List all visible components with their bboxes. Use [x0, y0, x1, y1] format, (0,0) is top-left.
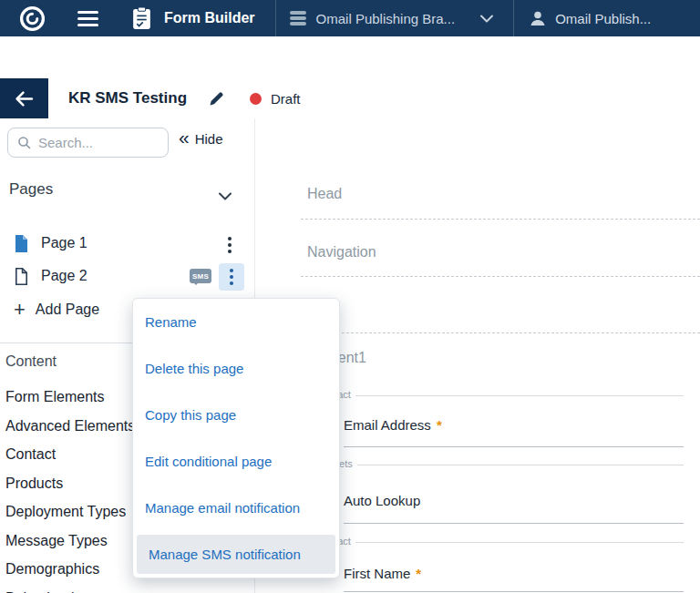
plus-icon: +	[14, 301, 26, 319]
menu-item-rename[interactable]: Rename	[133, 299, 339, 345]
app-title: Form Builder	[164, 10, 255, 26]
hamburger-menu-icon[interactable]	[77, 11, 98, 26]
topbar: Form Builder Omail Publishing Bra...	[0, 0, 700, 36]
user-menu[interactable]: Omail Publish...	[529, 9, 651, 27]
field-email-address[interactable]: Email Address*	[344, 417, 442, 433]
field-label-text: Auto Lookup	[344, 493, 420, 508]
page-2-kebab-menu-button[interactable]	[219, 263, 244, 291]
search-box	[7, 128, 169, 158]
content-section-header: Content	[5, 353, 57, 370]
menu-item-manage-email-notification[interactable]: Manage email notification	[133, 485, 339, 531]
kebab-menu-icon	[230, 268, 233, 287]
hide-label: Hide	[195, 131, 223, 147]
page-1-kebab-menu-icon[interactable]	[228, 235, 232, 254]
field-underline	[344, 446, 684, 447]
menu-item-edit-conditional-page[interactable]: Edit conditional page	[133, 438, 339, 485]
page-context-menu: Rename Delete this page Copy this page E…	[132, 298, 340, 578]
chevron-down-icon[interactable]	[219, 188, 232, 204]
field-group-border	[301, 395, 684, 396]
search-icon	[17, 136, 31, 149]
clipboard-icon	[131, 6, 152, 31]
page-item-1[interactable]: Page 1	[0, 227, 255, 260]
chevron-down-icon	[480, 15, 493, 23]
pages-section-header: Pages	[9, 180, 53, 199]
sidebar-item-behavioral[interactable]: Behavioral	[5, 584, 252, 593]
page-outline-icon	[14, 267, 29, 286]
region-divider	[301, 219, 700, 220]
page-filled-icon	[14, 234, 29, 253]
topbar-divider	[275, 0, 276, 36]
app-logo-icon[interactable]	[18, 5, 46, 33]
brand-label: Omail Publishing Bra...	[316, 11, 456, 26]
user-label: Omail Publish...	[555, 11, 651, 26]
search-input[interactable]	[38, 135, 152, 150]
page-label: Page 2	[41, 268, 88, 284]
field-auto-lookup[interactable]: Auto Lookup	[344, 493, 420, 508]
layers-icon	[289, 10, 307, 26]
field-group-border	[301, 465, 684, 465]
page-item-2[interactable]: Page 2	[0, 260, 255, 292]
add-page-label: Add Page	[36, 302, 99, 318]
field-label-text: First Name	[344, 566, 410, 581]
sms-notification-badge: SMS	[190, 269, 211, 283]
menu-item-copy-this-page[interactable]: Copy this page	[133, 392, 339, 438]
field-label-text: Email Address	[344, 417, 431, 433]
menu-item-delete-this-page[interactable]: Delete this page	[133, 345, 339, 392]
app-section: Form Builder	[131, 6, 255, 31]
arrow-left-icon	[15, 90, 34, 107]
pencil-icon[interactable]	[209, 91, 224, 107]
hide-panel-button[interactable]: « Hide	[179, 131, 223, 147]
page-label: Page 1	[41, 235, 88, 251]
field-group-border	[301, 542, 684, 543]
required-marker: *	[437, 417, 442, 433]
status-badge: Draft	[271, 91, 301, 107]
region-divider	[301, 332, 700, 333]
menu-item-manage-sms-notification[interactable]: Manage SMS notification	[137, 535, 335, 574]
field-underline	[344, 523, 684, 524]
form-title: KR SMS Testing	[68, 89, 187, 107]
region-divider	[301, 276, 700, 277]
brand-selector[interactable]: Omail Publishing Bra...	[289, 10, 494, 26]
form-header: KR SMS Testing Draft	[0, 78, 700, 118]
region-navigation[interactable]: Navigation	[307, 244, 376, 261]
back-button[interactable]	[0, 78, 48, 118]
required-marker: *	[416, 566, 421, 581]
person-icon	[529, 9, 547, 27]
field-first-name[interactable]: First Name*	[344, 566, 421, 581]
region-head[interactable]: Head	[307, 186, 342, 202]
chevron-double-left-icon: «	[179, 129, 190, 146]
field-underline	[344, 591, 684, 592]
status-dot-icon	[250, 93, 262, 105]
topbar-divider	[513, 0, 514, 36]
